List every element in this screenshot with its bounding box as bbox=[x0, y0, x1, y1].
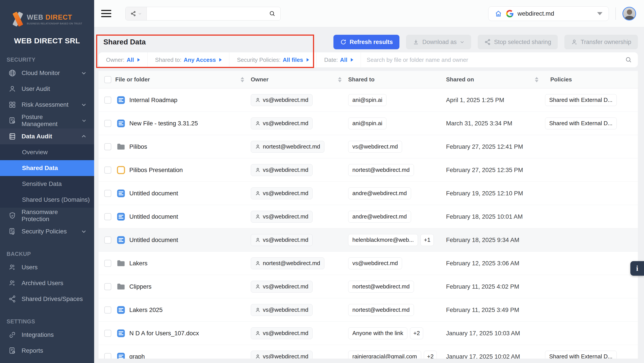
more-recipients-chip[interactable]: +1 bbox=[420, 234, 434, 246]
shared-to-chip[interactable]: Anyone with the link bbox=[348, 327, 407, 339]
user-avatar[interactable] bbox=[622, 7, 636, 20]
domain-name: webdirect.md bbox=[518, 10, 554, 17]
sort-toggle[interactable] bbox=[535, 77, 538, 82]
owner-chip[interactable]: vs@webdirect.md bbox=[251, 351, 312, 359]
download-as-button[interactable]: Download as bbox=[406, 35, 471, 49]
owner-chip[interactable]: vs@webdirect.md bbox=[251, 188, 312, 199]
stop-selected-sharing-button[interactable]: Stop selected sharing bbox=[478, 35, 558, 49]
shared-to-chip[interactable]: ani@spin.ai bbox=[348, 118, 386, 129]
sidebar-subitem-overview[interactable]: Overview bbox=[0, 144, 94, 160]
filter-owner[interactable]: Owner: All bbox=[98, 52, 148, 67]
row-checkbox[interactable] bbox=[104, 236, 111, 244]
policy-chip[interactable]: Shared with External D... bbox=[545, 94, 617, 106]
search-icon[interactable] bbox=[269, 10, 276, 17]
doc-icon bbox=[116, 118, 126, 128]
sidebar-item-archived-users[interactable]: Archived Users bbox=[0, 275, 94, 291]
sidebar-item-risk-assessment[interactable]: Risk Assessment bbox=[0, 97, 94, 113]
sidebar-item-security-policies[interactable]: Security Policies bbox=[0, 224, 94, 239]
policy-chip[interactable]: Shared with External D... bbox=[545, 351, 617, 359]
shared-to-chip[interactable]: vs@webdirect.md bbox=[348, 141, 402, 153]
row-checkbox[interactable] bbox=[104, 283, 111, 290]
select-all-checkbox[interactable] bbox=[104, 76, 111, 83]
row-checkbox[interactable] bbox=[104, 213, 111, 220]
sidebar-item-data-audit[interactable]: Data Audit bbox=[0, 128, 94, 144]
transfer-ownership-button[interactable]: Transfer ownership bbox=[564, 35, 638, 49]
menu-toggle-button[interactable] bbox=[101, 10, 111, 17]
share-nodes-icon bbox=[130, 11, 136, 16]
sort-toggle[interactable] bbox=[240, 77, 244, 82]
shared-to-chip[interactable]: nortest@webdirect.md bbox=[348, 164, 414, 176]
row-checkbox[interactable] bbox=[104, 190, 111, 197]
shared-to-chip[interactable]: vs@webdirect.md bbox=[348, 258, 402, 269]
sidebar-item-ransomware-protection[interactable]: Ransomware Protection bbox=[0, 208, 94, 224]
owner-email: vs@webdirect.md bbox=[263, 213, 308, 220]
search-scope-selector[interactable] bbox=[126, 7, 147, 20]
sidebar-item-cloud-monitor[interactable]: Cloud Monitor bbox=[0, 65, 94, 81]
sidebar-item-integrations[interactable]: Integrations bbox=[0, 327, 94, 343]
filter-shared-to[interactable]: Shared to: Any Access bbox=[148, 52, 230, 67]
row-checkbox[interactable] bbox=[104, 166, 111, 174]
table-row: graph vs@webdirect.md rainiergracial@gma… bbox=[98, 345, 638, 358]
filter-bar: Owner: All Shared to: Any Access Securit… bbox=[98, 52, 638, 67]
row-checkbox[interactable] bbox=[104, 306, 111, 314]
slides-icon bbox=[116, 165, 126, 175]
owner-chip[interactable]: vs@webdirect.md bbox=[251, 211, 312, 223]
owner-chip[interactable]: vs@webdirect.md bbox=[251, 327, 312, 339]
column-header-shared-to: Shared to bbox=[348, 76, 374, 83]
grid-icon bbox=[8, 101, 16, 109]
sidebar-item-posture-management[interactable]: Posture Management bbox=[0, 113, 94, 128]
owner-chip[interactable]: vs@webdirect.md bbox=[251, 304, 312, 316]
search-icon[interactable] bbox=[625, 56, 632, 63]
row-checkbox[interactable] bbox=[104, 260, 111, 267]
row-checkbox[interactable] bbox=[104, 353, 111, 359]
owner-chip[interactable]: vs@webdirect.md bbox=[251, 94, 312, 106]
shared-to-chip[interactable]: nortest@webdirect.md bbox=[348, 281, 414, 292]
file-name: Untitled document bbox=[129, 236, 178, 244]
filter-date[interactable]: Date: All bbox=[317, 52, 361, 67]
owner-chip[interactable]: vs@webdirect.md bbox=[251, 164, 312, 176]
sidebar-item-account[interactable]: Account bbox=[0, 358, 94, 363]
sidebar-subitem-sensitive-data[interactable]: Sensitive Data bbox=[0, 176, 94, 192]
sidebar-item-users[interactable]: Users bbox=[0, 260, 94, 275]
row-checkbox[interactable] bbox=[104, 143, 111, 150]
table-search-input[interactable] bbox=[367, 56, 625, 63]
sort-toggle[interactable] bbox=[338, 77, 342, 82]
sidebar-item-label: Ransomware Protection bbox=[22, 208, 87, 223]
shared-to-chip[interactable]: andre@webdirect.md bbox=[348, 188, 411, 199]
person-icon bbox=[255, 190, 261, 196]
shared-to-chip[interactable]: nortest@webdirect.md bbox=[348, 304, 414, 316]
owner-chip[interactable]: vs@webdirect.md bbox=[251, 281, 312, 292]
shared-to-chip[interactable]: helenblackmore@web... bbox=[348, 234, 418, 246]
owner-chip[interactable]: vs@webdirect.md bbox=[251, 234, 312, 246]
domain-selector[interactable]: webdirect.md bbox=[488, 6, 609, 21]
filter-security-policies[interactable]: Security Policies: All files bbox=[230, 52, 316, 67]
sidebar-subitem-shared-users-domains[interactable]: Shared Users (Domains) bbox=[0, 192, 94, 208]
shared-to-chip[interactable]: andre@webdirect.md bbox=[348, 211, 411, 223]
table-row: Untitled document vs@webdirect.md andre@… bbox=[98, 205, 638, 228]
info-tab-button[interactable]: i bbox=[630, 261, 644, 276]
policy-chip[interactable]: Shared with External D... bbox=[545, 118, 617, 129]
more-recipients-chip[interactable]: +2 bbox=[410, 327, 423, 339]
sidebar-item-user-audit[interactable]: User Audit bbox=[0, 81, 94, 97]
more-recipients-chip[interactable]: +2 bbox=[424, 351, 437, 359]
owner-chip[interactable]: nortest@webdirect.md bbox=[251, 258, 324, 269]
section-settings: SETTINGS bbox=[6, 318, 94, 325]
shared-on-date: April 1, 2025 1:25 PM bbox=[446, 96, 545, 104]
shared-to-chip[interactable]: rainiergracial@gmail.com bbox=[348, 351, 421, 359]
row-checkbox[interactable] bbox=[104, 330, 111, 337]
row-checkbox[interactable] bbox=[104, 120, 111, 127]
shared-to-chip[interactable]: ani@spin.ai bbox=[348, 94, 386, 106]
owner-chip[interactable]: vs@webdirect.md bbox=[251, 118, 312, 129]
owner-chip[interactable]: nortest@webdirect.md bbox=[251, 141, 324, 153]
global-search-input[interactable] bbox=[147, 7, 269, 20]
home-icon bbox=[495, 10, 502, 18]
refresh-results-button[interactable]: Refresh results bbox=[334, 35, 400, 49]
shared-on-date: February 18, 2025 9:34 AM bbox=[446, 236, 545, 244]
sidebar-item-shared-drives-spaces[interactable]: Shared Drives/Spaces bbox=[0, 291, 94, 307]
sidebar-item-reports[interactable]: Reports bbox=[0, 343, 94, 358]
sidebar-subitem-shared-data[interactable]: Shared Data bbox=[0, 160, 94, 176]
row-checkbox[interactable] bbox=[104, 96, 111, 104]
chevron-down-icon bbox=[81, 102, 87, 108]
doc-icon bbox=[116, 328, 126, 338]
server-stack-icon bbox=[8, 132, 16, 140]
